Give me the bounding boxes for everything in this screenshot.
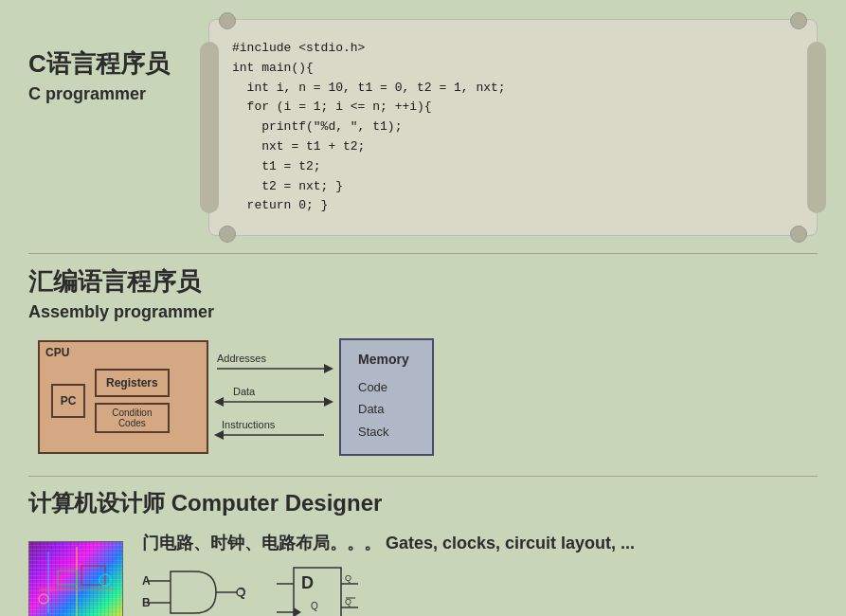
- pc-box: PC: [51, 384, 85, 418]
- c-title-english: C programmer: [28, 84, 189, 104]
- memory-box: Memory Code Data Stack: [339, 338, 434, 456]
- section-assembly-programmer: 汇编语言程序员 Assembly programmer CPU PC Regis…: [28, 265, 818, 459]
- cpu-label: CPU: [45, 346, 69, 359]
- memory-item-stack: Stack: [358, 421, 415, 443]
- registers-label: Registers: [106, 376, 158, 390]
- svg-text:B: B: [142, 596, 151, 609]
- svg-text:Addresses: Addresses: [217, 353, 266, 364]
- svg-marker-5: [324, 397, 333, 407]
- arrows-svg: Addresses Data Instructions: [212, 335, 335, 459]
- assembly-header: 汇编语言程序员 Assembly programmer: [28, 265, 818, 322]
- svg-marker-9: [214, 430, 224, 440]
- c-title-chinese: C语言程序员: [28, 47, 189, 81]
- gates-label: 门电路、时钟、电路布局。。。 Gates, clocks, circuit la…: [142, 532, 635, 554]
- memory-items: Code Data Stack: [358, 376, 415, 443]
- svg-text:Q: Q: [311, 601, 318, 611]
- assembly-title-english: Assembly programmer: [28, 302, 818, 322]
- registers-box: Registers: [95, 369, 170, 397]
- and-gate-svg: A B Q: [142, 560, 246, 616]
- svg-text:Instructions: Instructions: [222, 419, 276, 430]
- d-flipflop-diagram: D Q: [275, 560, 360, 616]
- svg-text:Data: Data: [233, 386, 256, 397]
- memory-item-data: Data: [358, 398, 415, 420]
- cpu-box: CPU PC Registers ConditionCodes: [38, 340, 208, 454]
- divider-2: [28, 476, 818, 477]
- svg-text:Q: Q: [345, 597, 351, 607]
- memory-label: Memory: [358, 352, 415, 367]
- svg-marker-2: [324, 364, 333, 373]
- circuit-board-image: [28, 541, 123, 616]
- svg-text:D: D: [301, 573, 314, 592]
- designer-content: 门电路、时钟、电路布局。。。 Gates, clocks, circuit la…: [28, 532, 818, 616]
- condition-codes-label: ConditionCodes: [112, 408, 152, 428]
- designer-header: 计算机设计师 Computer Designer: [28, 488, 818, 518]
- svg-marker-6: [214, 397, 224, 407]
- condition-codes-box: ConditionCodes: [95, 403, 170, 433]
- dff-svg: D Q: [275, 560, 360, 616]
- cpu-inner: PC Registers ConditionCodes: [51, 369, 195, 433]
- memory-item-code: Code: [358, 376, 415, 398]
- gates-text-area: 门电路、时钟、电路布局。。。 Gates, clocks, circuit la…: [142, 532, 635, 616]
- code-scroll: #include <stdio.h> int main(){ int i, n …: [208, 19, 818, 236]
- main-container: C语言程序员 C programmer #include <stdio.h> i…: [0, 0, 846, 616]
- c-programmer-title: C语言程序员 C programmer: [28, 19, 189, 104]
- registers-and-cc: Registers ConditionCodes: [95, 369, 170, 433]
- svg-text:A: A: [142, 574, 151, 588]
- divider-1: [28, 253, 818, 254]
- gates-diagram: A B Q: [142, 560, 635, 616]
- designer-title: 计算机设计师 Computer Designer: [28, 488, 818, 518]
- code-content: #include <stdio.h> int main(){ int i, n …: [232, 39, 794, 216]
- and-gate-diagram: A B Q: [142, 560, 246, 616]
- svg-rect-14: [58, 571, 77, 585]
- pc-label: PC: [61, 394, 77, 408]
- svg-point-24: [237, 589, 244, 596]
- cpu-diagram: CPU PC Registers ConditionCodes: [38, 335, 818, 459]
- section-computer-designer: 计算机设计师 Computer Designer 门电路、: [28, 488, 818, 616]
- svg-point-16: [39, 594, 48, 604]
- section-c-programmer: C语言程序员 C programmer #include <stdio.h> i…: [28, 19, 818, 236]
- svg-text:Q: Q: [345, 573, 351, 583]
- assembly-title-chinese: 汇编语言程序员: [28, 265, 818, 299]
